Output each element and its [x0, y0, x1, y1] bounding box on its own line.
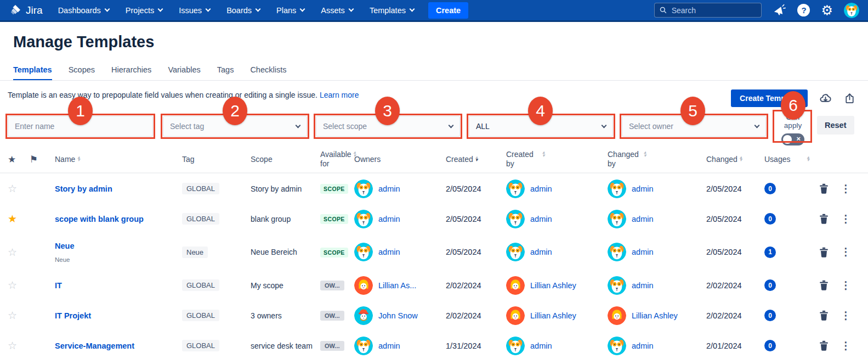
delete-button[interactable]: [819, 310, 829, 321]
nav-item-assets[interactable]: Assets: [321, 6, 353, 15]
sort-icon[interactable]: ▴▾: [644, 151, 646, 157]
nav-item-label: Projects: [126, 6, 154, 15]
export-button[interactable]: [843, 92, 856, 105]
favorite-star-icon[interactable]: ☆: [8, 340, 17, 351]
created-by-link[interactable]: Lillian Ashley: [530, 311, 576, 320]
usages-count[interactable]: 0: [764, 183, 776, 194]
favorite-star-icon[interactable]: ★: [8, 213, 17, 225]
column-header-tag: Tag: [182, 155, 251, 164]
announcements-button[interactable]: [773, 3, 786, 17]
favorite-star-icon[interactable]: ☆: [8, 183, 17, 194]
kebab-menu-icon[interactable]: ⋮: [841, 341, 851, 350]
sort-icon[interactable]: ▴▾: [542, 151, 545, 157]
dog-avatar-icon: [608, 243, 626, 261]
kebab-menu-icon[interactable]: ⋮: [841, 248, 851, 256]
delete-button[interactable]: [819, 183, 829, 194]
kebab-menu-icon[interactable]: ⋮: [841, 311, 851, 320]
template-name-link[interactable]: IT: [55, 281, 62, 290]
column-header-changed-by[interactable]: Changed by▴▾: [608, 150, 706, 169]
usages-count[interactable]: 0: [764, 310, 776, 321]
kebab-menu-icon[interactable]: ⋮: [841, 281, 851, 290]
created-by-link[interactable]: admin: [530, 184, 552, 193]
owner-link[interactable]: Lillian As...: [378, 281, 416, 290]
tab-scopes[interactable]: Scopes: [69, 65, 95, 81]
nav-item-label: Assets: [321, 6, 345, 15]
reset-button[interactable]: Reset: [817, 116, 854, 135]
tab-templates[interactable]: Templates: [13, 65, 52, 81]
changed-by-link[interactable]: admin: [632, 341, 654, 350]
created-by-link[interactable]: Lillian Ashley: [530, 281, 576, 290]
column-header-changed[interactable]: Changed▴▾: [706, 155, 764, 164]
sort-icon[interactable]: ▴▾: [807, 156, 809, 162]
column-header-created[interactable]: Created▴▾: [446, 155, 506, 164]
column-header-name[interactable]: Name▴▾: [55, 155, 182, 164]
template-name-link[interactable]: Story by admin: [55, 184, 112, 193]
changed-by-link[interactable]: admin: [632, 248, 654, 256]
help-icon[interactable]: ?: [797, 4, 810, 16]
annotation-badge-2: 2: [223, 97, 247, 125]
template-name-link[interactable]: Neue: [55, 242, 74, 250]
favorite-star-icon[interactable]: ☆: [8, 279, 17, 291]
owner-link[interactable]: admin: [378, 215, 400, 223]
jira-logo[interactable]: Jira: [9, 4, 43, 17]
nav-item-label: Boards: [226, 6, 252, 15]
owner-link[interactable]: admin: [378, 248, 400, 256]
import-button[interactable]: [819, 92, 832, 105]
created-by-link[interactable]: admin: [530, 341, 552, 350]
nav-item-plans[interactable]: Plans: [276, 6, 304, 15]
changed-by-link[interactable]: admin: [632, 184, 654, 193]
nav-item-boards[interactable]: Boards: [226, 6, 260, 15]
owner-link[interactable]: admin: [378, 341, 400, 350]
template-name-link[interactable]: scope with blank group: [55, 215, 144, 223]
owner-link[interactable]: admin: [378, 184, 400, 193]
delete-button[interactable]: [819, 280, 829, 290]
tab-hierarchies[interactable]: Hierarchies: [111, 65, 151, 81]
gear-icon[interactable]: ⚙: [821, 4, 833, 17]
column-header-created-by[interactable]: Created by▴▾: [506, 150, 608, 169]
tab-tags[interactable]: Tags: [217, 65, 234, 81]
can-apply-toggle[interactable]: ×: [781, 133, 804, 145]
tab-checklists[interactable]: Checklists: [250, 65, 286, 81]
changed-by-link[interactable]: admin: [632, 281, 654, 290]
usages-count[interactable]: 1: [764, 247, 776, 258]
delete-button[interactable]: [819, 340, 829, 351]
column-header-usages[interactable]: Usages▴▾: [764, 155, 814, 164]
nav-item-dashboards[interactable]: Dashboards: [58, 6, 109, 15]
created-by-link[interactable]: admin: [530, 248, 552, 256]
search-input[interactable]: [672, 6, 757, 15]
favorite-star-icon[interactable]: ☆: [8, 310, 17, 321]
nav-item-projects[interactable]: Projects: [126, 6, 162, 15]
usages-count[interactable]: 0: [764, 340, 776, 351]
delete-button[interactable]: [819, 247, 829, 257]
sort-icon[interactable]: ▴▾: [740, 156, 742, 162]
dog-avatar-icon: [354, 180, 373, 198]
nav-menu: DashboardsProjectsIssuesBoardsPlansAsset…: [58, 6, 414, 15]
usages-count[interactable]: 0: [764, 279, 776, 291]
chevron-down-icon: [206, 7, 211, 12]
favorite-star-icon[interactable]: ☆: [8, 247, 17, 258]
kebab-menu-icon[interactable]: ⋮: [841, 215, 851, 223]
create-button[interactable]: Create: [428, 2, 468, 19]
changed-by-link[interactable]: admin: [632, 215, 654, 223]
changed-by-link[interactable]: Lillian Ashley: [632, 311, 678, 320]
owner-link[interactable]: John Snow: [378, 311, 418, 320]
learn-more-link[interactable]: Learn more: [320, 91, 359, 99]
template-name-link[interactable]: IT Projekt: [55, 311, 91, 320]
user-avatar[interactable]: [844, 3, 859, 18]
sort-icon[interactable]: ▴▾: [77, 156, 80, 162]
search-box[interactable]: [654, 3, 762, 18]
kebab-menu-icon[interactable]: ⋮: [841, 184, 851, 193]
changed-date: 2/01/2024: [706, 341, 764, 350]
name-cell: IT Projekt: [55, 311, 182, 321]
column-header-available-for[interactable]: Available for▴▾: [320, 150, 354, 169]
sort-icon[interactable]: ▴▾: [475, 156, 478, 162]
tab-variables[interactable]: Variables: [168, 65, 200, 81]
delete-button[interactable]: [819, 214, 829, 224]
filter-type-value: ALL: [476, 122, 490, 131]
nav-item-issues[interactable]: Issues: [179, 6, 210, 15]
nav-item-templates[interactable]: Templates: [370, 6, 414, 15]
dog-avatar-icon: [608, 180, 626, 198]
created-by-link[interactable]: admin: [530, 215, 552, 223]
usages-count[interactable]: 0: [764, 213, 776, 225]
template-name-link[interactable]: Service-Management: [55, 341, 134, 350]
